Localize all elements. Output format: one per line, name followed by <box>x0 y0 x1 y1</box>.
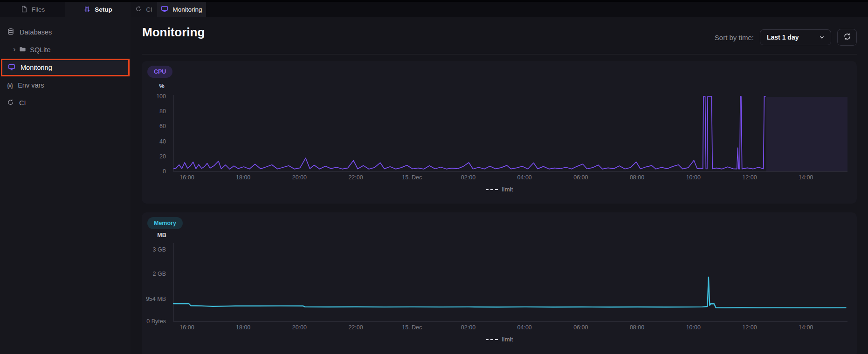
svg-text:3 GB: 3 GB <box>153 246 166 253</box>
svg-text:02:00: 02:00 <box>461 174 475 181</box>
svg-text:18:00: 18:00 <box>236 324 250 331</box>
sort-by-time-label: Sort by time: <box>715 34 754 41</box>
memory-chart-card: Memory 0 Bytes954 MB2 GB3 GB16:0018:0020… <box>142 212 857 354</box>
monitor-icon <box>161 5 168 14</box>
tab-setup-label: Setup <box>95 6 112 13</box>
time-range-value: Last 1 day <box>767 34 799 41</box>
svg-text:2 GB: 2 GB <box>153 271 166 277</box>
sidebar-item-label: CI <box>19 94 26 112</box>
svg-text:15. Dec: 15. Dec <box>402 324 422 331</box>
sidebar: Databases › SQLite Monitoring {x} Env va… <box>0 17 131 354</box>
top-bar: Files Setup CI Monitoring <box>0 0 868 17</box>
svg-text:04:00: 04:00 <box>517 324 532 331</box>
svg-text:08:00: 08:00 <box>630 324 644 331</box>
svg-text:15. Dec: 15. Dec <box>402 174 422 181</box>
sidebar-item-label: Monitoring <box>21 59 52 76</box>
sync-icon <box>135 6 142 14</box>
sidebar-item-ci[interactable]: CI <box>0 94 131 112</box>
svg-text:40: 40 <box>159 138 166 145</box>
chevron-right-icon: › <box>13 46 15 53</box>
sidebar-item-env-vars[interactable]: {x} Env vars <box>0 76 131 94</box>
svg-text:02:00: 02:00 <box>461 324 475 331</box>
sidebar-item-label: Databases <box>20 23 52 41</box>
svg-text:20: 20 <box>159 153 166 160</box>
svg-text:12:00: 12:00 <box>742 324 757 331</box>
sidebar-item-label: SQLite <box>30 41 50 59</box>
memory-chart-legend: limit <box>142 336 857 343</box>
svg-text:08:00: 08:00 <box>630 174 644 181</box>
svg-text:60: 60 <box>159 123 166 129</box>
svg-text:20:00: 20:00 <box>292 324 307 331</box>
svg-text:MB: MB <box>157 232 166 238</box>
svg-text:06:00: 06:00 <box>573 324 588 331</box>
refresh-button[interactable] <box>837 29 857 46</box>
header-divider <box>142 54 857 54</box>
svg-text:16:00: 16:00 <box>179 324 194 331</box>
limit-dash-icon <box>486 189 498 190</box>
svg-text:100: 100 <box>156 93 166 100</box>
sliders-icon <box>83 6 90 14</box>
app-window: Files Setup CI Monitoring Data <box>0 0 868 354</box>
svg-text:14:00: 14:00 <box>799 324 813 331</box>
svg-text:14:00: 14:00 <box>799 174 813 181</box>
legend-label: limit <box>502 186 513 193</box>
tab-ci[interactable]: CI <box>131 2 157 17</box>
sidebar-item-monitoring[interactable]: Monitoring <box>1 59 130 76</box>
tab-files[interactable]: Files <box>0 2 65 17</box>
svg-text:04:00: 04:00 <box>517 174 532 181</box>
memory-chart[interactable]: 0 Bytes954 MB2 GB3 GB16:0018:0020:0022:0… <box>142 212 857 354</box>
tab-files-label: Files <box>32 6 45 13</box>
page-title: Monitoring <box>142 25 205 40</box>
svg-text:12:00: 12:00 <box>742 174 757 181</box>
header-controls: Sort by time: Last 1 day <box>715 29 857 46</box>
sync-icon <box>7 99 14 107</box>
svg-text:80: 80 <box>159 108 166 115</box>
svg-text:18:00: 18:00 <box>236 174 250 181</box>
svg-text:10:00: 10:00 <box>686 174 701 181</box>
tab-ci-label: CI <box>146 6 152 13</box>
svg-text:22:00: 22:00 <box>348 174 363 181</box>
svg-text:10:00: 10:00 <box>686 324 701 331</box>
monitor-icon <box>8 63 15 72</box>
cpu-chart-card: CPU 02040608010016:0018:0020:0022:0015. … <box>142 61 857 204</box>
svg-text:954 MB: 954 MB <box>146 296 166 302</box>
tab-monitoring-label: Monitoring <box>172 6 202 13</box>
sidebar-item-label: Env vars <box>18 76 44 94</box>
tab-monitoring[interactable]: Monitoring <box>157 2 206 17</box>
svg-text:0 Bytes: 0 Bytes <box>146 318 166 325</box>
svg-text:%: % <box>159 83 164 89</box>
tab-setup[interactable]: Setup <box>65 2 131 17</box>
svg-text:20:00: 20:00 <box>292 174 307 181</box>
svg-text:06:00: 06:00 <box>573 174 588 181</box>
svg-text:0: 0 <box>163 168 166 175</box>
svg-text:22:00: 22:00 <box>348 324 363 331</box>
time-range-select[interactable]: Last 1 day <box>760 29 831 45</box>
folder-icon <box>19 46 26 54</box>
sidebar-item-databases[interactable]: Databases <box>0 23 131 41</box>
database-icon <box>7 28 14 37</box>
limit-dash-icon <box>486 339 498 340</box>
chevron-down-icon <box>819 34 825 42</box>
env-vars-icon: {x} <box>7 82 13 89</box>
refresh-icon <box>843 33 851 42</box>
svg-text:16:00: 16:00 <box>179 174 194 181</box>
legend-label: limit <box>502 336 513 343</box>
cpu-chart[interactable]: 02040608010016:0018:0020:0022:0015. Dec0… <box>142 61 857 204</box>
sidebar-item-sqlite[interactable]: › SQLite <box>0 41 131 59</box>
file-icon <box>21 6 28 14</box>
cpu-chart-legend: limit <box>142 186 857 193</box>
